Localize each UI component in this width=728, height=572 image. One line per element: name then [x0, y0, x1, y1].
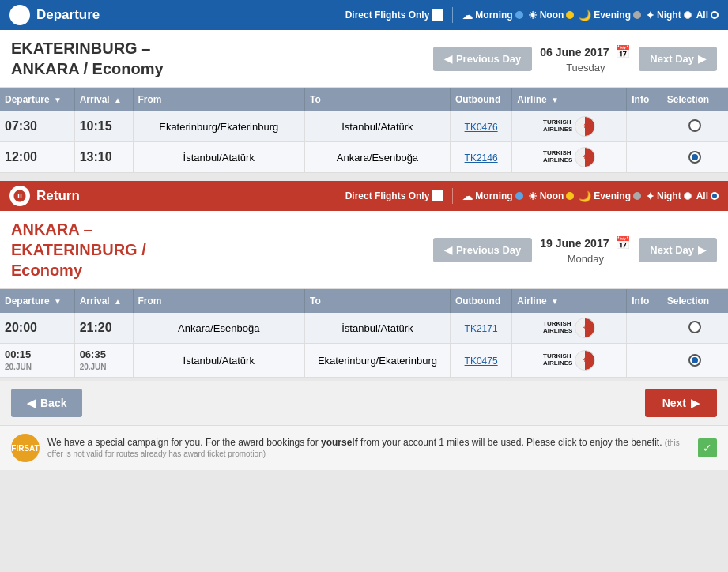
morning-label: Morning: [475, 9, 512, 21]
col-header-from: From: [133, 88, 304, 111]
morning-filter[interactable]: ☁ Morning: [462, 9, 522, 21]
night-filter[interactable]: ✦ Night: [646, 9, 692, 21]
info-1: [627, 111, 662, 142]
return-noon-filter[interactable]: ☀ Noon: [528, 190, 575, 202]
departure-header: Departure Direct Flights Only ☁ Morning …: [0, 0, 728, 30]
return-flight-row-1: 20:00 21:20 Ankara/Esenboğa İstanbul/Ata…: [0, 313, 728, 344]
noon-dot: [566, 11, 574, 19]
departure-sort-icon: ▼: [54, 96, 62, 104]
dep-time-2: 12:00: [0, 142, 74, 173]
return-select-flight-1[interactable]: [688, 321, 701, 333]
direct-flights-checkbox[interactable]: [432, 9, 443, 21]
return-flight-row-2: 00:1520.JUN 06:3520.JUN İstanbul/Atatürk…: [0, 344, 728, 378]
return-select-flight-2[interactable]: [688, 354, 701, 367]
return-prev-day-button[interactable]: ◀ Previous Day: [433, 238, 532, 262]
return-morning-filter[interactable]: ☁ Morning: [462, 190, 522, 202]
col-header-departure[interactable]: Departure ▼: [0, 88, 74, 111]
arr-time-1: 10:15: [74, 111, 133, 142]
campaign-check-icon[interactable]: ✓: [698, 438, 717, 457]
col-header-airline[interactable]: Airline ▼: [512, 88, 627, 111]
return-next-arrow-icon: ▶: [698, 244, 706, 256]
all-label: All: [696, 9, 708, 21]
return-direct-flights-label: Direct Flights Only: [345, 190, 430, 201]
evening-filter[interactable]: 🌙 Evening: [579, 9, 641, 21]
return-calendar-icon[interactable]: 📅: [615, 236, 631, 250]
next-arrow-icon: ▶: [691, 397, 700, 409]
evening-dot: [633, 11, 641, 19]
return-from-1: Ankara/Esenboğa: [133, 313, 304, 344]
return-filter-bar: Direct Flights Only ☁ Morning ☀ Noon 🌙 E…: [345, 188, 719, 204]
departure-logo: [9, 5, 30, 25]
return-all-filter[interactable]: All: [696, 190, 719, 201]
return-noon-dot: [566, 192, 574, 200]
next-button[interactable]: Next ▶: [645, 389, 717, 417]
return-sel-2[interactable]: [662, 344, 728, 378]
return-arrival-sort-icon: ▲: [114, 297, 122, 306]
return-dep-time-2: 00:1520.JUN: [0, 344, 74, 378]
departure-next-day-button[interactable]: Next Day ▶: [639, 47, 717, 71]
arr-time-2: 13:10: [74, 142, 133, 173]
airline-1: TURKISHAIRLINES ✈: [512, 111, 627, 142]
return-col-header-departure[interactable]: Departure ▼: [0, 289, 74, 313]
return-dep-time-1: 20:00: [0, 313, 74, 344]
return-route-bar: ANKARA – EKATERINBURG / Economy ◀ Previo…: [0, 211, 728, 289]
return-col-header-outbound: Outbound: [450, 289, 511, 313]
outbound-1[interactable]: TK0476: [450, 111, 511, 142]
departure-route-bar: EKATERINBURG – ANKARA / Economy ◀ Previo…: [0, 30, 728, 88]
ta-logo-1: ✈: [575, 116, 595, 137]
dep-time-1: 07:30: [0, 111, 74, 142]
return-col-header-airline[interactable]: Airline ▼: [512, 289, 627, 313]
campaign-bar[interactable]: FIRSAT We have a special campaign for yo…: [0, 425, 728, 470]
info-2: [627, 142, 662, 173]
departure-calendar-icon[interactable]: 📅: [615, 45, 631, 58]
return-next-day-button[interactable]: Next Day ▶: [639, 238, 717, 262]
return-all-dot: [711, 192, 719, 200]
return-morning-dot: [515, 192, 523, 200]
select-flight-1[interactable]: [688, 119, 701, 132]
airline-2: TURKISHAIRLINES ✈: [512, 142, 627, 173]
departure-section: Departure Direct Flights Only ☁ Morning …: [0, 0, 728, 173]
campaign-logo: FIRSAT: [11, 434, 40, 462]
return-col-header-arrival[interactable]: Arrival ▲: [74, 289, 133, 313]
return-from-2: İstanbul/Atatürk: [133, 344, 304, 378]
return-info-1: [627, 313, 662, 344]
sel-2[interactable]: [662, 142, 728, 173]
departure-title: Departure: [36, 7, 100, 23]
return-sel-1[interactable]: [662, 313, 728, 344]
to-2: Ankara/Esenboğa: [304, 142, 450, 173]
return-outbound-1[interactable]: TK2171: [450, 313, 511, 344]
departure-prev-day-button[interactable]: ◀ Previous Day: [433, 47, 532, 71]
return-direct-flights-filter[interactable]: Direct Flights Only: [345, 190, 443, 201]
return-night-filter[interactable]: ✦ Night: [646, 190, 692, 202]
return-col-header-from: From: [133, 289, 304, 313]
col-header-selection: Selection: [662, 88, 728, 111]
night-label: Night: [657, 9, 681, 21]
return-outbound-2[interactable]: TK0475: [450, 344, 511, 378]
all-filter[interactable]: All: [696, 9, 719, 21]
ta-logo-2: ✈: [575, 147, 595, 167]
direct-flights-filter[interactable]: Direct Flights Only: [345, 9, 443, 21]
return-direct-flights-checkbox[interactable]: [432, 190, 443, 201]
arrival-sort-icon: ▲: [114, 96, 122, 104]
departure-flights-table: Departure ▼ Arrival ▲ From To Outbound A: [0, 88, 728, 173]
return-arr-time-1: 21:20: [74, 313, 133, 344]
return-title: Return: [36, 188, 80, 204]
return-flights-table: Departure ▼ Arrival ▲ From To Outbound A: [0, 289, 728, 378]
return-evening-filter[interactable]: 🌙 Evening: [579, 190, 641, 202]
col-header-arrival[interactable]: Arrival ▲: [74, 88, 133, 111]
prev-arrow-icon: ◀: [444, 53, 452, 65]
return-header: Return Direct Flights Only ☁ Morning ☀ N…: [0, 181, 728, 211]
filter-divider-1: [452, 7, 453, 23]
return-filter-divider: [452, 188, 453, 204]
night-dot: [684, 11, 692, 19]
from-1: Ekaterinburg/Ekaterinburg: [133, 111, 304, 142]
sel-1[interactable]: [662, 111, 728, 142]
noon-filter[interactable]: ☀ Noon: [528, 9, 575, 21]
outbound-2[interactable]: TK2146: [450, 142, 511, 173]
select-flight-2[interactable]: [688, 151, 701, 164]
back-button[interactable]: ◀ Back: [11, 389, 82, 417]
return-arr-time-2: 06:3520.JUN: [74, 344, 133, 378]
next-arrow-icon: ▶: [698, 53, 706, 65]
return-ta-logo-2: ✈: [575, 350, 595, 371]
departure-flight-row-1: 07:30 10:15 Ekaterinburg/Ekaterinburg İs…: [0, 111, 728, 142]
